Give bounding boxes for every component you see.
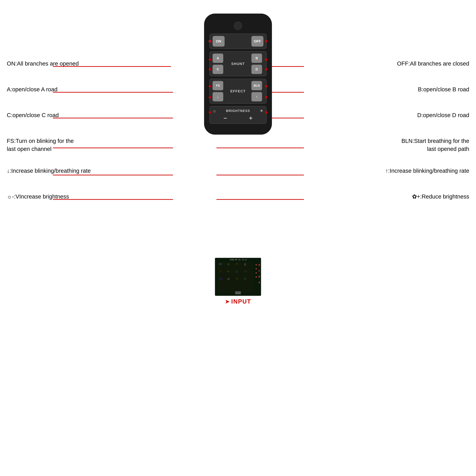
brightness-top: ☼ BRIGHTNESS ☀ bbox=[212, 108, 264, 113]
channel-labels: D C B A bbox=[258, 264, 260, 284]
off-button[interactable]: OFF bbox=[251, 36, 264, 47]
a-button[interactable]: A bbox=[212, 53, 223, 63]
bln-annotation: BLN:Start breathing for the last opened … bbox=[401, 137, 469, 153]
effect-row: FS EFFECT BLN ↓ ↑ bbox=[209, 79, 267, 104]
circuit-board: YX8G-RF-4L V1.0 D C B A bbox=[215, 258, 261, 296]
red-dot-a bbox=[209, 58, 211, 61]
red-dot-b bbox=[265, 58, 267, 61]
effect-label: EFFECT bbox=[230, 89, 246, 93]
minus-button[interactable]: − bbox=[223, 115, 227, 121]
c-annotation: C:open/close C road bbox=[7, 111, 59, 119]
input-arrow-icon: ➤ bbox=[225, 298, 230, 305]
b-annotation: B:open/close B road bbox=[418, 85, 469, 93]
brightness-minus-annotation: ☼-:VIncrease brightness bbox=[7, 193, 69, 201]
bln-button[interactable]: BLN bbox=[251, 81, 262, 90]
led-indicators bbox=[256, 264, 257, 277]
shunt-row: A SHUNT B C D bbox=[209, 51, 267, 76]
on-off-row: ON OFF bbox=[209, 34, 267, 49]
ir-sensor bbox=[234, 22, 242, 30]
fs-button[interactable]: FS bbox=[212, 81, 223, 90]
red-dot-on bbox=[209, 40, 211, 42]
red-dot-bln bbox=[265, 85, 267, 87]
ir-sensor-area bbox=[209, 22, 267, 30]
board-model-label: YX8G-RF-4L V1.0 bbox=[229, 259, 247, 261]
input-label: INPUT bbox=[231, 298, 251, 305]
red-dot-d bbox=[265, 68, 267, 70]
sun-plus-icon: ☀ bbox=[260, 108, 264, 113]
red-dot-off bbox=[265, 40, 267, 42]
usb-connector bbox=[235, 291, 241, 294]
red-dot-c bbox=[209, 68, 211, 70]
circuit-section: YX8G-RF-4L V1.0 D C B A bbox=[215, 258, 261, 305]
off-annotation: OFF:All branches are closed bbox=[397, 60, 469, 68]
plus-button[interactable]: + bbox=[249, 115, 253, 121]
shunt-label-container: SHUNT bbox=[226, 62, 250, 66]
red-dot-down bbox=[209, 96, 211, 99]
brightness-bottom: − + bbox=[212, 115, 264, 121]
d-button[interactable]: D bbox=[251, 65, 262, 74]
red-dot-brightness-plus bbox=[265, 111, 267, 114]
d-annotation: D:open/close D road bbox=[417, 111, 469, 119]
brightness-row: ☼ BRIGHTNESS ☀ − + bbox=[209, 106, 267, 124]
pcb-components bbox=[218, 262, 253, 293]
b-button[interactable]: B bbox=[251, 53, 262, 63]
red-dot-up bbox=[265, 96, 267, 99]
down-annotation: ↓:Increase blinking/breathing rate bbox=[7, 167, 91, 175]
a-annotation: A:open/close A road bbox=[7, 85, 58, 93]
remote-control: ON OFF A SHUNT B C bbox=[204, 14, 272, 135]
up-annotation: ↑:Increase blinking/breathing rate bbox=[385, 167, 469, 175]
up-button[interactable]: ↑ bbox=[251, 92, 262, 102]
effect-label-container: EFFECT bbox=[226, 89, 250, 93]
shunt-label: SHUNT bbox=[231, 62, 245, 66]
down-button[interactable]: ↓ bbox=[212, 92, 223, 102]
on-annotation: ON:All branches are opened bbox=[7, 60, 79, 68]
red-dot-fs bbox=[209, 85, 211, 87]
input-section: ➤ INPUT bbox=[225, 298, 251, 305]
c-button[interactable]: C bbox=[212, 65, 223, 74]
fs-annotation: FS:Turn on blinking for the last open ch… bbox=[7, 137, 74, 153]
sun-minus-icon: ☼ bbox=[212, 108, 216, 113]
brightness-plus-annotation: ✿+:Reduce brightness bbox=[412, 193, 469, 201]
on-button[interactable]: ON bbox=[212, 36, 225, 47]
red-dot-brightness-minus bbox=[209, 111, 211, 114]
brightness-label: BRIGHTNESS bbox=[226, 109, 250, 113]
